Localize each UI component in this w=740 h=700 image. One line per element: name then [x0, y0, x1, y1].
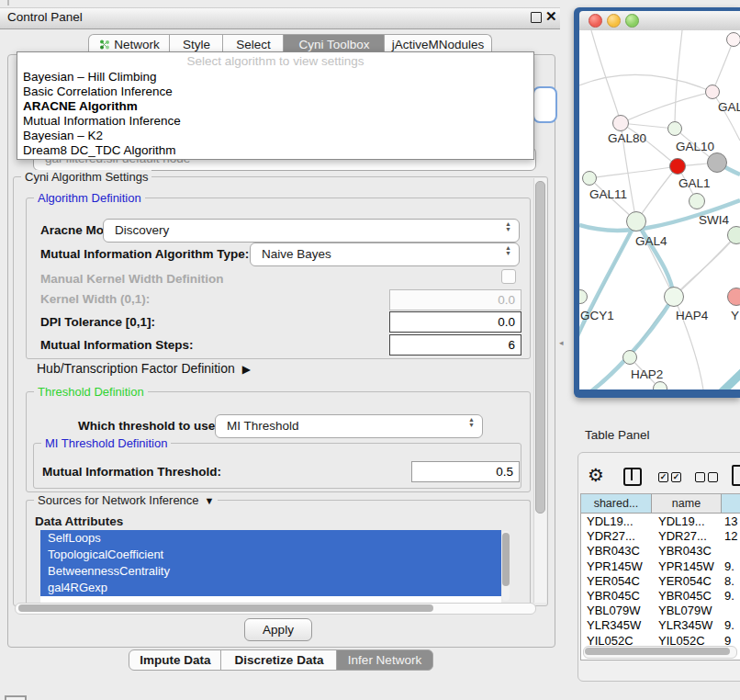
node-label: Y: [731, 309, 739, 322]
minimize-window-icon[interactable]: [607, 14, 621, 28]
network-node[interactable]: [727, 288, 740, 306]
table-cell: YBR045C: [653, 589, 723, 604]
document-icon[interactable]: [732, 465, 740, 486]
network-window-titlebar[interactable]: [579, 11, 740, 31]
sources-title-text: Sources for Network Inference: [38, 493, 199, 507]
data-attributes-label: Data Attributes: [35, 514, 123, 528]
close-window-icon[interactable]: [589, 14, 602, 28]
node-table: shared... name YDL19...YDL19...13YDR27..…: [580, 493, 740, 660]
network-node[interactable]: [667, 121, 682, 136]
data-attribute-item[interactable]: gal4RGexp: [40, 580, 501, 596]
kernel-width-field[interactable]: 0.0: [389, 289, 521, 310]
network-node[interactable]: [664, 287, 684, 307]
table-cell: YLR345W: [581, 618, 653, 633]
table-row[interactable]: YPR145WYPR145W9.: [581, 559, 740, 574]
node-label: GAL10: [676, 140, 714, 153]
network-node[interactable]: [669, 158, 686, 175]
node-label: GAL80: [608, 131, 646, 145]
combo-arrows-icon: ▲▼: [504, 221, 512, 232]
network-node[interactable]: [626, 211, 646, 231]
close-panel-icon[interactable]: ✕: [545, 8, 557, 25]
table-row[interactable]: YDL19...YDL19...13: [581, 514, 740, 529]
manual-kernel-checkbox[interactable]: [501, 269, 516, 284]
mi-steps-field[interactable]: 6: [389, 334, 521, 356]
mi-type-combo[interactable]: Naive Bayes ▲▼: [250, 243, 520, 266]
table-cell: YDL19...: [653, 514, 723, 529]
network-node[interactable]: [707, 152, 727, 173]
algorithm-option[interactable]: Bayesian – K2: [17, 129, 533, 143]
algorithm-option[interactable]: Bayesian – Hill Climbing: [17, 70, 533, 85]
column-header-shared[interactable]: shared...: [581, 494, 652, 514]
table-cell: 8.: [723, 574, 740, 589]
table-row[interactable]: YBL079WYBL079W: [581, 604, 740, 618]
data-attribute-item[interactable]: BetweennessCentrality: [40, 563, 501, 580]
network-node[interactable]: [653, 381, 667, 390]
table-row[interactable]: YDR27...YDR27...12: [581, 529, 740, 544]
control-panel-titlebar: [0, 7, 560, 29]
apply-button[interactable]: Apply: [244, 618, 312, 641]
tab-impute-data[interactable]: Impute Data: [129, 649, 222, 671]
cyni-settings-title: Cyni Algorithm Settings: [21, 170, 151, 184]
network-node[interactable]: [689, 193, 705, 209]
table-cell: YER054C: [581, 574, 653, 589]
dpi-tolerance-field[interactable]: 0.0: [389, 311, 521, 333]
network-edges: [579, 30, 740, 390]
algorithm-option[interactable]: Basic Correlation Inference: [17, 85, 533, 99]
tab-label: Cyni Toolbox: [298, 38, 369, 51]
aracne-mode-combo[interactable]: Discovery ▲▼: [103, 219, 520, 243]
data-attribute-item[interactable]: TopologicalCoefficient: [40, 547, 501, 563]
network-node[interactable]: [622, 350, 637, 365]
zoom-window-icon[interactable]: [625, 14, 639, 28]
combo-arrows-icon: ▲▼: [467, 417, 476, 428]
which-threshold-value: MI Threshold: [227, 415, 299, 437]
mi-threshold-field[interactable]: 0.5: [411, 461, 520, 482]
gear-icon[interactable]: ⚙: [588, 464, 604, 486]
horizontal-scrollbar-thumb[interactable]: [18, 604, 433, 612]
tab-infer-network[interactable]: Infer Network: [336, 649, 433, 671]
tab-discretize-data[interactable]: Discretize Data: [220, 649, 338, 671]
table-cell: YBL079W: [581, 604, 653, 618]
table-row[interactable]: YLR345WYLR345W9.: [581, 618, 740, 633]
algorithm-option[interactable]: Mutual Information Inference: [17, 114, 533, 129]
attributes-scrollbar-thumb[interactable]: [502, 533, 510, 586]
network-node[interactable]: [726, 32, 740, 47]
expand-arrow-icon: ▶: [242, 363, 251, 376]
mi-threshold-label: Mutual Information Threshold:: [42, 465, 221, 479]
data-attributes-list[interactable]: SelfLoopsTopologicalCoefficientBetweenne…: [40, 530, 501, 603]
algorithm-option[interactable]: Dream8 DC_TDC Algorithm: [17, 143, 533, 158]
node-label: HAP4: [676, 309, 708, 322]
network-node[interactable]: [705, 85, 720, 99]
table-scrollbar-thumb[interactable]: [585, 648, 730, 655]
table-row[interactable]: YER054CYER054C8.: [581, 574, 740, 589]
tab-label: Select: [236, 38, 271, 51]
algorithm-option[interactable]: ARACNE Algorithm: [17, 99, 533, 114]
table-row[interactable]: YBR043CYBR043C: [581, 544, 740, 559]
dpi-tolerance-label: DPI Tolerance [0,1]:: [40, 315, 155, 329]
splitter-handle-icon[interactable]: ◂: [559, 338, 564, 347]
corner-widget: [5, 695, 27, 700]
mi-type-label: Mutual Information Algorithm Type:: [40, 247, 249, 261]
column-layout-icon[interactable]: [623, 468, 642, 486]
sources-title[interactable]: Sources for Network Inference▼: [34, 493, 218, 507]
unchecked-box-icon[interactable]: [708, 472, 718, 482]
network-canvas[interactable]: GALGAL80GAL10GAL1GAL11SWI4GAL4GCY1HAP4YH…: [579, 30, 740, 390]
unchecked-box-icon[interactable]: [695, 472, 705, 482]
node-label: GCY1: [580, 309, 614, 322]
manual-kernel-label: Manual Kernel Width Definition: [40, 272, 223, 286]
algorithm-list: Bayesian – Hill ClimbingBasic Correlatio…: [17, 70, 533, 158]
network-node[interactable]: [582, 171, 597, 186]
table-row[interactable]: YBR045CYBR045C9.: [581, 589, 740, 604]
column-header-name[interactable]: name: [652, 494, 722, 514]
column-header-partial[interactable]: [722, 494, 740, 514]
settings-scrollbar-thumb[interactable]: [535, 181, 545, 514]
mi-threshold-title: MI Threshold Definition: [41, 436, 171, 450]
hub-definition-expander[interactable]: Hub/Transcription Factor Definition▶: [37, 361, 251, 376]
float-window-icon[interactable]: [531, 12, 542, 23]
data-attribute-item[interactable]: SelfLoops: [40, 530, 501, 547]
which-threshold-combo[interactable]: MI Threshold ▲▼: [215, 414, 483, 438]
checked-box-icon[interactable]: ✓: [658, 472, 668, 482]
network-node[interactable]: [612, 115, 629, 131]
network-node[interactable]: [727, 226, 740, 244]
checked-box-icon[interactable]: ✓: [671, 472, 681, 482]
node-label: SWI4: [699, 213, 729, 227]
